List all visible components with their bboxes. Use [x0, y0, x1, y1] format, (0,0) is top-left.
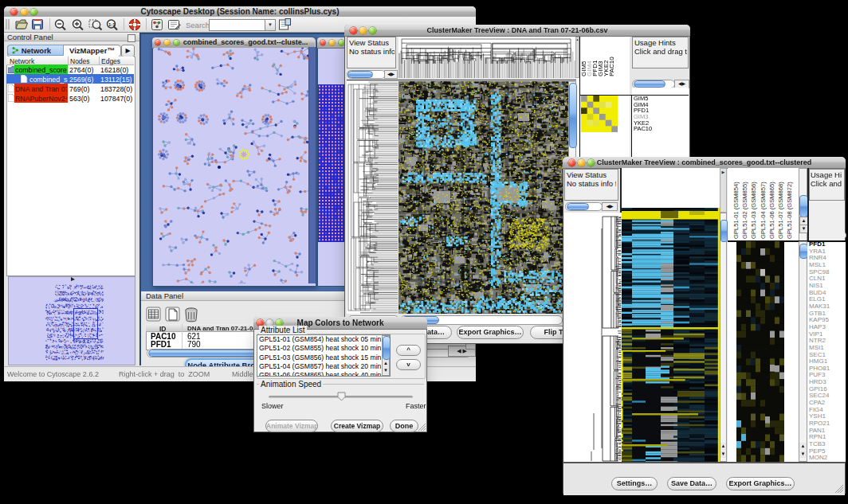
- svg-text:GPL51-02 (GSM855): GPL51-02 (GSM855): [741, 182, 748, 239]
- svg-text:GPL51-01 (GSM854): GPL51-01 (GSM854): [732, 182, 740, 239]
- svg-text:GPL51-06 (GSM865): GPL51-06 (GSM865): [768, 182, 775, 239]
- svg-text:GPL51-04 (GSM857): GPL51-04 (GSM857): [760, 182, 767, 239]
- svg-text:1:1: 1:1: [108, 22, 116, 27]
- svg-text:GPL51-08 (GSM872): GPL51-08 (GSM872): [786, 182, 793, 239]
- svg-text:GPL51-07 (GSM868): GPL51-07 (GSM868): [777, 182, 784, 239]
- svg-text:PAC10: PAC10: [608, 57, 615, 76]
- svg-text:GPL51-03 (GSM856): GPL51-03 (GSM856): [750, 182, 757, 239]
